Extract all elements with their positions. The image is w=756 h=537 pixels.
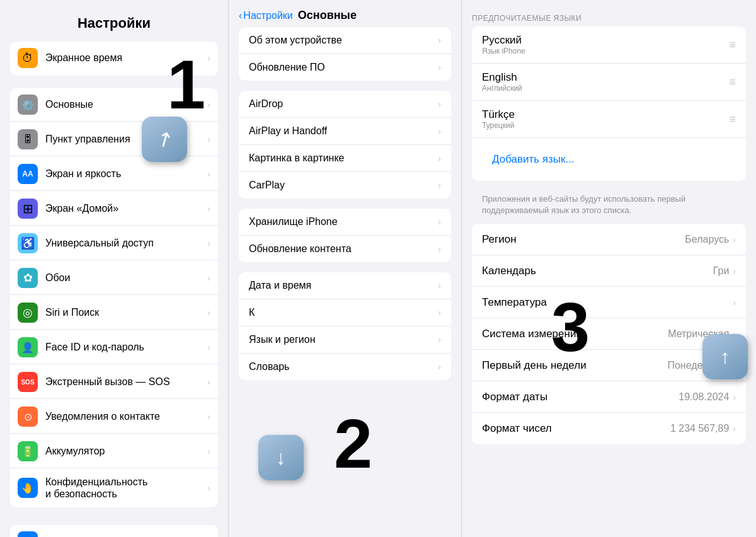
content-update-item[interactable]: Обновление контента ›	[239, 236, 451, 262]
about-item[interactable]: Об этом устройстве ›	[239, 27, 451, 54]
turkish-lang-info: Türkçe Турецкий	[482, 108, 729, 130]
privacy-item[interactable]: 🤚 Конфиденциальностьи безопасность ›	[10, 470, 218, 506]
drag-handle-icon[interactable]: ≡	[729, 76, 736, 89]
chevron-icon: ›	[438, 153, 441, 163]
left-panel-title: Настройки	[13, 10, 215, 37]
right-settings-list: Русский Язык iPhone ≡ English Английский…	[462, 26, 756, 537]
chevron-icon: ›	[438, 35, 441, 45]
chevron-icon: ›	[207, 169, 210, 179]
storage-item[interactable]: Хранилище iPhone ›	[239, 209, 451, 236]
dictionary-item[interactable]: Словарь ›	[239, 354, 451, 380]
screen-time-icon: ⏱	[18, 48, 38, 68]
region-item[interactable]: Регион Беларусь ›	[472, 224, 746, 255]
siri-item[interactable]: ◎ Siri и Поиск ›	[10, 296, 218, 330]
airdrop-item[interactable]: AirDrop ›	[239, 91, 451, 118]
languages-group: Русский Язык iPhone ≡ English Английский…	[472, 26, 746, 181]
drag-handle-icon[interactable]: ≡	[729, 38, 736, 52]
home-screen-item[interactable]: ⊞ Экран «Домой» ›	[10, 192, 218, 226]
date-format-label: Формат даты	[482, 391, 547, 403]
english-lang-item[interactable]: English Английский ≡	[472, 64, 746, 101]
weekday-label-container: Первый день недели	[482, 359, 667, 372]
russian-title: Русский	[482, 34, 729, 47]
measurement-label-container: Система измерений	[482, 328, 668, 340]
chevron-icon: ›	[438, 217, 441, 227]
battery-item[interactable]: 🔋 Аккумулятор ›	[10, 435, 218, 468]
english-title: English	[482, 71, 729, 84]
left-panel: Настройки ⏱ Экранное время › ⚙️ Основные…	[0, 0, 229, 537]
chevron-icon: ›	[438, 280, 441, 291]
date-format-item[interactable]: Формат даты 19.08.2024 ›	[472, 381, 746, 413]
siri-label: Siri и Поиск	[45, 307, 207, 318]
carplay-item[interactable]: CarPlay ›	[239, 172, 451, 199]
drag-handle-icon[interactable]: ≡	[729, 113, 736, 126]
weekday-item[interactable]: Первый день недели Понедельник ›	[472, 350, 746, 381]
language-item[interactable]: Язык и регион ›	[239, 326, 451, 354]
display-item[interactable]: AA Экран и яркость ›	[10, 158, 218, 191]
airdrop-label: AirDrop	[249, 98, 438, 110]
emergency-item[interactable]: SOS Экстренный вызов — SOS ›	[10, 366, 218, 399]
datetime-item[interactable]: Дата и время ›	[239, 272, 451, 299]
back-chevron-icon: ‹	[239, 10, 242, 21]
main-settings-group: ⚙️ Основные › 🎛 Пункт управления › AA Эк…	[10, 88, 218, 507]
chevron-icon: ›	[438, 335, 441, 345]
back-button[interactable]: ‹ Настройки	[239, 10, 293, 21]
number-format-value: 1 234 567,89	[670, 423, 729, 434]
add-language-button[interactable]: Добавить язык...	[482, 146, 585, 173]
right-panel: ПРЕДПОЧИТАЕМЫЕ ЯЗЫКИ Русский Язык iPhone…	[462, 0, 756, 537]
number-format-label: Формат чисел	[482, 422, 552, 434]
accessibility-item[interactable]: ♿ Универсальный доступ ›	[10, 227, 218, 260]
chevron-icon: ›	[207, 134, 210, 144]
middle-header: ‹ Настройки Основные	[229, 0, 461, 27]
chevron-icon: ›	[207, 342, 210, 352]
chevron-icon: ›	[733, 329, 736, 339]
calendar-label: Календарь	[482, 265, 536, 277]
carplay-label: CarPlay	[249, 180, 438, 191]
faceid-item[interactable]: 👤 Face ID и код-пароль ›	[10, 331, 218, 364]
accessibility-label: Универсальный доступ	[45, 238, 207, 249]
turkish-lang-item[interactable]: Türkçe Турецкий ≡	[472, 101, 746, 138]
number-format-label-container: Формат чисел	[482, 422, 670, 435]
chevron-icon: ›	[438, 126, 441, 136]
contact-key-label: Уведомления о контакте	[45, 411, 207, 422]
screen-time-label: Экранное время	[45, 52, 207, 64]
measurement-label: Система измерений	[482, 328, 582, 340]
russian-lang-item[interactable]: Русский Язык iPhone ≡	[472, 26, 746, 64]
add-language-item[interactable]: Добавить язык...	[472, 138, 746, 181]
region-settings-group: Регион Беларусь › Календарь Гри › Темпер…	[472, 224, 746, 444]
chevron-icon: ›	[733, 297, 736, 308]
content-update-label: Обновление контента	[249, 243, 438, 255]
chevron-icon: ›	[438, 308, 441, 318]
weekday-value: Понедельник	[667, 360, 729, 371]
emergency-icon: SOS	[18, 372, 38, 392]
home-screen-icon: ⊞	[18, 199, 38, 219]
preferred-languages-label: ПРЕДПОЧИТАЕМЫЕ ЯЗЫКИ	[462, 14, 756, 26]
turkish-subtitle: Турецкий	[482, 121, 729, 130]
temperature-item[interactable]: Температура ›	[472, 287, 746, 318]
wallpaper-item[interactable]: ✿ Обои ›	[10, 262, 218, 295]
region-label-container: Регион	[482, 233, 685, 246]
number-format-item[interactable]: Формат чисел 1 234 567,89 ›	[472, 413, 746, 444]
datetime-label: Дата и время	[249, 280, 438, 291]
middle-panel: ‹ Настройки Основные Об этом устройстве …	[229, 0, 462, 537]
chevron-icon: ›	[207, 377, 210, 387]
english-lang-info: English Английский	[482, 71, 729, 93]
software-update-item[interactable]: Обновление ПО ›	[239, 54, 451, 81]
display-icon: AA	[18, 164, 38, 184]
contact-key-item[interactable]: ⊙ Уведомления о контакте ›	[10, 400, 218, 434]
general-item[interactable]: ⚙️ Основные ›	[10, 88, 218, 122]
storage-label: Хранилище iPhone	[249, 216, 438, 228]
list-item[interactable]: ⏱ Экранное время ›	[10, 42, 218, 76]
app-store-item[interactable]: A App Store ›	[10, 525, 218, 537]
airplay-item[interactable]: AirPlay и Handoff ›	[239, 118, 451, 145]
calendar-item[interactable]: Календарь Гри ›	[472, 255, 746, 287]
keyboard-item[interactable]: К ›	[239, 299, 451, 326]
control-center-item[interactable]: 🎛 Пункт управления ›	[10, 123, 218, 156]
weekday-label: Первый день недели	[482, 359, 587, 371]
software-update-label: Обновление ПО	[249, 62, 438, 73]
measurement-item[interactable]: Система измерений Метрическая ›	[472, 318, 746, 350]
pip-item[interactable]: Картинка в картинке ›	[239, 145, 451, 172]
language-description: Приложения и веб-сайты будут использоват…	[472, 191, 746, 224]
region-value: Беларусь	[685, 234, 729, 245]
back-label: Настройки	[243, 10, 292, 21]
battery-icon: 🔋	[18, 441, 38, 461]
